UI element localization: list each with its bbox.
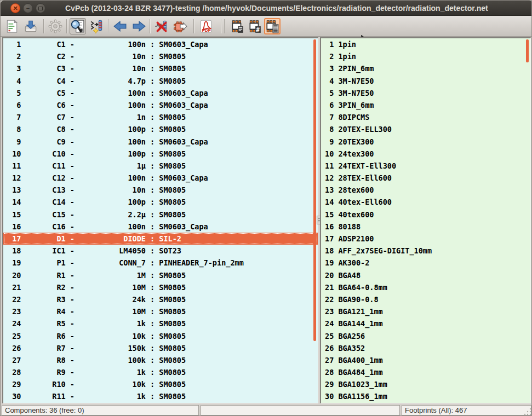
pdf-doc-icon: PDF	[199, 19, 213, 33]
next-component-button[interactable]	[131, 18, 147, 34]
component-row[interactable]: 27 R8 - 100k : SM0805	[3, 354, 318, 366]
footprint-row[interactable]: 26 BGA352	[321, 342, 530, 354]
footprint-row[interactable]: 22 BGA90-0.8	[321, 293, 530, 305]
component-row[interactable]: 13 C13 - 10n : SM0805	[3, 184, 318, 196]
toolbar-separator	[221, 19, 221, 33]
footprint-row[interactable]: 27 BGA400_1mm	[321, 354, 530, 366]
footprint-row[interactable]: 24 BGA144_1mm	[321, 317, 530, 330]
component-row[interactable]: 10 C10 - 100p : SM0805	[3, 148, 318, 160]
next-component-icon	[132, 19, 146, 33]
component-row[interactable]: 21 R2 - 10M : SM0805	[3, 281, 318, 293]
component-row[interactable]: 6 C6 - 100n : SM0603_Capa	[3, 99, 318, 111]
filter-by-keyword-button[interactable]	[229, 18, 245, 34]
previous-component-button[interactable]	[112, 18, 128, 34]
component-row[interactable]: 26 R7 - 150k : SM0805	[3, 342, 318, 354]
component-row[interactable]: 20 R1 - 1M : SM0805	[3, 269, 318, 281]
svg-text:#: #	[256, 26, 260, 33]
window-minimize-button[interactable]: −	[23, 3, 33, 13]
footprints-panel: 1 1pin 2 1pin 3 2PIN_6mm 4 3M-N7E50 5 3M…	[320, 37, 531, 403]
component-row[interactable]: 24 R5 - 1k : SM0805	[3, 317, 318, 330]
footprint-row[interactable]: 6 3PIN_6mm	[321, 99, 530, 111]
footprint-row[interactable]: 14 40tex-Ell600	[321, 196, 530, 208]
open-netlist-icon	[5, 19, 19, 33]
component-row[interactable]: 23 R4 - 10M : SM0805	[3, 305, 318, 317]
component-row[interactable]: 18 IC1 - LM4050 : SOT23	[3, 245, 318, 257]
show-full-footprint-list-icon	[265, 19, 279, 33]
footprint-row[interactable]: 2 1pin	[321, 50, 530, 62]
footprints-scrollbar[interactable]	[526, 39, 529, 62]
component-row[interactable]: 25 R6 - 10k : SM0805	[3, 330, 318, 342]
footprint-row[interactable]: 3 2PIN_6mm	[321, 62, 530, 74]
show-full-footprint-list-button[interactable]	[264, 18, 281, 34]
footprint-row[interactable]: 5 3M-N7E50	[321, 87, 530, 99]
configuration-button[interactable]	[47, 18, 64, 34]
pdf-doc-button[interactable]: PDF	[198, 18, 214, 34]
footprint-row[interactable]: 8 20TEX-ELL300	[321, 123, 530, 135]
footprint-row[interactable]: 23 BGA121_1mm	[321, 305, 530, 317]
component-row[interactable]: 9 C9 - 100n : SM0603_Capa	[3, 136, 318, 148]
footprint-row[interactable]: 13 28tex600	[321, 184, 530, 196]
delete-associations-button[interactable]	[153, 18, 170, 34]
footprint-row[interactable]: 19 AK300-2	[321, 257, 530, 269]
footprint-row[interactable]: 16 80188	[321, 221, 530, 233]
component-row[interactable]: 14 C14 - 100p : SM0805	[3, 196, 318, 208]
footprint-row[interactable]: 30 BGA1156_1mm	[321, 390, 530, 402]
components-list: 1 C1 - 100n : SM0603_Capa 2 C2 - 10n : S…	[3, 38, 318, 403]
titlebar: ✕ − CvPcb (2012-03-24 BZR 3477)-testing …	[1, 1, 532, 16]
statusbar-components-field: Components: 36 (free: 0)	[2, 405, 199, 415]
component-row[interactable]: 1 C1 - 100n : SM0603_Capa	[3, 38, 318, 50]
footprint-row[interactable]: 17 ADSP2100	[321, 233, 530, 245]
footprint-row[interactable]: 25 BGA256	[321, 330, 530, 342]
footprint-row[interactable]: 20 BGA48	[321, 269, 530, 281]
footprint-row[interactable]: 10 24tex300	[321, 148, 530, 160]
component-row[interactable]: 19 P1 - CONN_7 : PINHEADER_7-pin_2mm	[3, 257, 318, 269]
component-row[interactable]: 8 C8 - 100p : SM0805	[3, 123, 318, 135]
component-row[interactable]: 17 D1 - DIODE : SIL-2	[3, 233, 318, 245]
footprint-row[interactable]: 18 AFF_2x7SEG-DIGIT_10mm	[321, 245, 530, 257]
component-row[interactable]: 5 C5 - 100n : SM0603_Capa	[3, 87, 318, 99]
filter-by-pincount-button[interactable]: #	[247, 18, 263, 34]
toolbar-separator	[150, 19, 150, 33]
delete-associations-icon	[155, 19, 169, 33]
previous-component-icon	[113, 19, 127, 33]
footprint-row[interactable]: 9 20TEX300	[321, 136, 530, 148]
export-footprints-icon	[173, 19, 187, 33]
component-row[interactable]: 7 C7 - 1n : SM0805	[3, 111, 318, 123]
component-row[interactable]: 12 C12 - 100n : SM0603_Capa	[3, 172, 318, 184]
export-footprints-button[interactable]	[172, 18, 188, 34]
footprint-row[interactable]: 4 3M-N7E50	[321, 75, 530, 87]
component-row[interactable]: 16 C16 - 100n : SM0603_Capa	[3, 221, 318, 233]
component-row[interactable]: 3 C3 - 10n : SM0805	[3, 62, 318, 74]
component-row[interactable]: 28 R9 - 1k : SM0805	[3, 366, 318, 378]
auto-associate-button[interactable]	[89, 18, 105, 34]
component-row[interactable]: 4 C4 - 4.7p : SM0805	[3, 75, 318, 87]
footprint-row[interactable]: 12 28TEX-Ell600	[321, 172, 530, 184]
component-row[interactable]: 29 R10 - 10k : SM0805	[3, 378, 318, 390]
footprint-row[interactable]: 21 BGA64-0.8mm	[321, 281, 530, 293]
component-row[interactable]: 2 C2 - 10n : SM0805	[3, 50, 318, 62]
resize-grip-icon[interactable]	[524, 408, 531, 415]
open-netlist-button[interactable]	[4, 18, 20, 34]
window-close-button[interactable]: ✕	[10, 3, 20, 13]
footprint-row[interactable]: 7 8DIPCMS	[321, 111, 530, 123]
component-row[interactable]: 15 C15 - 2.2µ : SM0805	[3, 209, 318, 221]
statusbar-middle-field	[201, 405, 400, 415]
footprint-row[interactable]: 28 BGA484_1mm	[321, 366, 530, 378]
component-row[interactable]: 11 C11 - 1µ : SM0805	[3, 160, 318, 172]
component-row[interactable]: 22 R3 - 24k : SM0805	[3, 293, 318, 305]
toolbar-separator	[66, 19, 67, 33]
footprint-row[interactable]: 15 40tex600	[321, 209, 530, 221]
components-scrollbar[interactable]	[313, 39, 316, 341]
svg-text:PDF: PDF	[202, 28, 210, 33]
footprint-row[interactable]: 29 BGA1023_1mm	[321, 378, 530, 390]
filter-by-pincount-icon: #	[248, 19, 262, 33]
save-netlist-button[interactable]	[22, 18, 39, 34]
footprint-row[interactable]: 1 1pin	[321, 38, 530, 50]
configuration-gear-icon	[48, 19, 62, 33]
footprint-row[interactable]: 11 24TEXT-Ell300	[321, 160, 530, 172]
maximize-icon	[38, 7, 43, 10]
view-footprint-button[interactable]	[70, 18, 86, 34]
component-row[interactable]: 30 R11 - 1k : SM0805	[3, 390, 318, 402]
window-maximize-button[interactable]	[36, 3, 45, 13]
toolbar-separator	[224, 19, 225, 33]
